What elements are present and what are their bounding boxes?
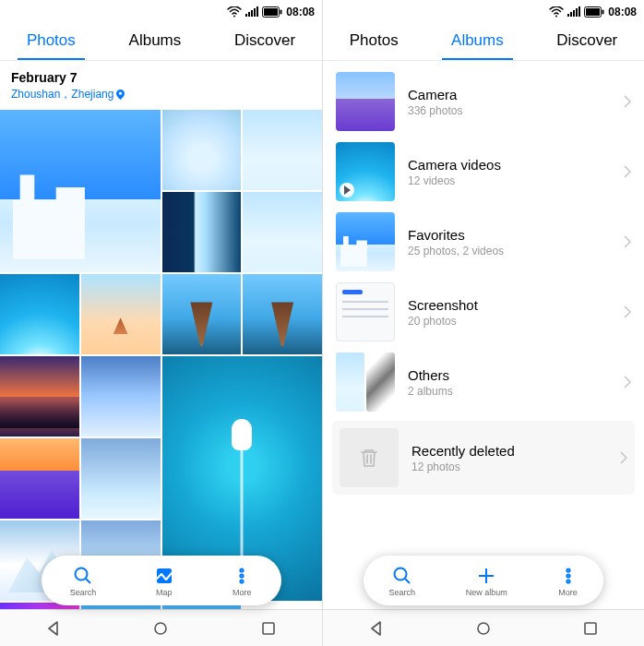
album-row-others[interactable]: Others 2 albums [323, 347, 644, 417]
svg-point-10 [76, 568, 88, 580]
svg-rect-18 [567, 14, 569, 17]
svg-rect-7 [264, 8, 278, 16]
svg-rect-16 [263, 623, 274, 634]
photo-thumb[interactable] [0, 438, 79, 519]
svg-point-26 [394, 568, 406, 580]
svg-rect-4 [254, 8, 256, 17]
tab-albums[interactable]: Albums [447, 22, 507, 59]
more-icon [232, 566, 252, 586]
screen-photos: 08:08 Photos Albums Discover February 7 … [0, 0, 322, 646]
album-thumb [336, 72, 395, 131]
album-title: Screenshot [408, 297, 611, 313]
album-title: Camera videos [408, 157, 611, 173]
svg-rect-20 [573, 10, 575, 17]
status-time: 08:08 [286, 6, 315, 18]
battery-icon [584, 6, 604, 18]
svg-point-29 [566, 580, 569, 582]
chevron-right-icon [624, 235, 631, 248]
photo-thumb[interactable] [0, 110, 161, 272]
photo-thumb[interactable] [0, 274, 79, 354]
album-title: Camera [408, 87, 611, 102]
photo-thumb[interactable] [81, 274, 161, 354]
tab-discover[interactable]: Discover [231, 22, 299, 59]
screen-albums: 08:08 Photos Albums Discover Camera 336 … [322, 0, 644, 646]
svg-point-14 [241, 580, 244, 582]
home-button[interactable] [142, 615, 179, 642]
status-bar: 08:08 [323, 0, 644, 20]
chevron-right-icon [624, 305, 631, 318]
chevron-right-icon [624, 95, 631, 108]
svg-point-12 [241, 568, 244, 571]
photo-thumb[interactable] [162, 192, 242, 272]
home-button[interactable] [465, 615, 502, 642]
tabs: Photos Albums Discover [0, 20, 322, 61]
recent-button[interactable] [250, 615, 287, 642]
play-badge-icon [340, 183, 354, 197]
album-subtitle: 20 photos [408, 315, 611, 328]
album-row-camera[interactable]: Camera 336 photos [323, 66, 644, 137]
tab-discover[interactable]: Discover [553, 22, 621, 59]
album-title: Favorites [408, 227, 611, 243]
wifi-icon [549, 6, 564, 18]
section-location[interactable]: Zhoushan，Zhejiang [11, 87, 125, 102]
photo-thumb[interactable] [243, 274, 322, 354]
bottom-toolbar: Search Map More [42, 556, 281, 605]
album-row-screenshot[interactable]: Screenshot 20 photos [323, 277, 644, 347]
tab-photos[interactable]: Photos [346, 22, 402, 59]
svg-point-17 [555, 15, 557, 17]
album-thumb [336, 353, 395, 412]
svg-point-27 [566, 568, 569, 571]
album-row-recently-deleted[interactable]: Recently deleted 12 photos [332, 421, 635, 495]
photo-thumb[interactable] [0, 356, 79, 437]
album-row-favorites[interactable]: Favorites 25 photos, 2 videos [323, 207, 644, 277]
map-icon [154, 566, 174, 586]
section-date: February 7 [11, 70, 311, 85]
android-navbar [0, 609, 322, 646]
tabs: Photos Albums Discover [323, 20, 644, 61]
album-subtitle: 2 albums [408, 385, 611, 398]
photo-thumb[interactable] [162, 274, 242, 354]
svg-rect-25 [602, 9, 604, 14]
search-icon [73, 566, 93, 586]
photo-thumb[interactable] [81, 438, 161, 519]
more-button[interactable]: More [558, 566, 578, 597]
album-subtitle: 12 photos [411, 461, 607, 473]
svg-point-9 [119, 92, 122, 95]
battery-icon [262, 6, 282, 18]
back-button[interactable] [35, 615, 72, 642]
photo-grid [0, 110, 322, 609]
search-button[interactable]: Search [70, 566, 97, 597]
photo-thumb[interactable] [162, 110, 242, 190]
svg-rect-21 [576, 8, 578, 17]
recent-button[interactable] [572, 615, 609, 642]
album-title: Others [408, 367, 611, 383]
search-button[interactable]: Search [388, 566, 415, 597]
signal-icon [245, 6, 258, 18]
tab-albums[interactable]: Albums [125, 22, 185, 59]
svg-point-0 [233, 15, 235, 17]
album-row-camera-videos[interactable]: Camera videos 12 videos [323, 137, 644, 207]
album-thumb [336, 142, 395, 201]
svg-rect-2 [248, 12, 250, 17]
status-bar: 08:08 [0, 0, 322, 20]
trash-icon [357, 446, 381, 470]
svg-rect-19 [570, 12, 572, 17]
bottom-toolbar: Search New album More [364, 556, 603, 605]
svg-rect-24 [586, 8, 600, 16]
svg-point-28 [566, 574, 569, 577]
location-pin-icon [116, 90, 125, 100]
tab-photos[interactable]: Photos [23, 22, 79, 59]
photos-body: February 7 Zhoushan，Zhejiang [0, 61, 322, 609]
svg-rect-22 [578, 6, 580, 17]
photo-thumb[interactable] [81, 356, 161, 437]
album-thumb [336, 282, 395, 341]
map-button[interactable]: Map [154, 566, 174, 597]
section-header: February 7 Zhoushan，Zhejiang [0, 61, 322, 110]
photo-thumb[interactable] [243, 192, 322, 272]
new-album-button[interactable]: New album [466, 566, 507, 597]
svg-rect-1 [245, 14, 247, 17]
back-button[interactable] [358, 615, 395, 642]
photo-thumb[interactable] [243, 110, 322, 190]
more-button[interactable]: More [232, 566, 252, 597]
svg-rect-8 [280, 9, 282, 14]
